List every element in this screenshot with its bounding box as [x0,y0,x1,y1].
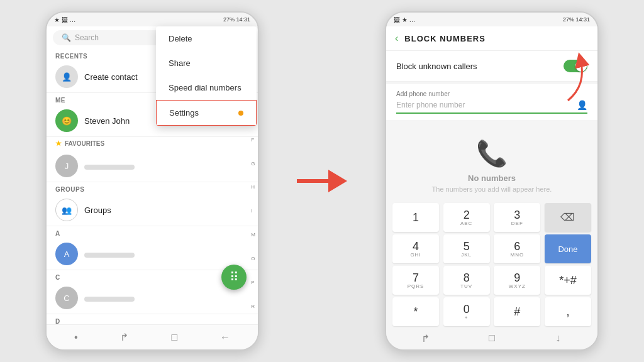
a-avatar: A [55,243,78,265]
bottom-bar-left: • ↱ □ ← [47,324,258,349]
d-section-label: D [47,314,258,324]
dialpad: 1 2 ABC 3 DEF ⌫ 4 [386,199,597,349]
menu-delete[interactable]: Delete [156,26,257,51]
bottom-icon-back[interactable]: ← [220,332,230,343]
dialpad-bottom-recent[interactable]: ↱ [402,332,449,344]
dial-done-label: Done [558,245,577,253]
dial-7-sub: PQRS [408,283,425,289]
groups-item[interactable]: 👥 Groups [47,194,258,226]
fab-button[interactable]: ⠿ [221,265,247,290]
dial-9-main: 9 [514,272,520,283]
c-avatar: C [55,287,78,309]
dial-comma[interactable]: , [545,297,591,326]
create-contact-avatar: 👤 [55,65,78,88]
create-contact-label: Create contact [84,72,138,82]
menu-settings[interactable]: Settings [156,100,257,126]
dial-2-main: 2 [464,209,470,221]
dial-8-sub: TUV [460,283,472,289]
dial-hash[interactable]: # [494,297,540,326]
dial-4-main: 4 [413,241,419,252]
dial-9[interactable]: 9 WXYZ [494,266,540,295]
dial-backspace-icon: ⌫ [560,212,575,222]
bottom-icon-home[interactable]: □ [171,332,177,343]
right-status-right: 27% 14:31 [563,16,590,23]
add-phone-input-row[interactable]: Enter phone number 👤 [396,100,587,114]
dial-6-sub: MNO [510,252,524,258]
search-text: Search [75,33,99,42]
bottom-icon-dot[interactable]: • [74,332,78,343]
me-name: Steven John [84,116,130,126]
arrow-shaft [297,179,328,183]
back-button[interactable]: ‹ [395,33,398,44]
dialpad-row-2: 4 GHI 5 JKL 6 MNO Done [392,234,591,263]
block-content: Block unknown callers [386,51,597,82]
dial-3[interactable]: 3 DEF [494,203,540,232]
dropdown-menu: Delete Share Speed dial numbers Settings [156,26,257,126]
favourites-label: FAVOURITES [65,140,104,147]
menu-settings-label: Settings [169,108,199,118]
dial-backspace[interactable]: ⌫ [545,203,591,232]
right-status-left: 🖼 ★ … [394,16,416,23]
arrow-head [328,170,347,192]
block-header: ‹ BLOCK NUMBERS [386,26,597,51]
left-status-left: ★ 🖼 … [54,16,76,23]
left-phone: ★ 🖼 … 27% 14:31 🔍 Search RECENTS 👤 Creat… [45,11,259,351]
red-arrow [297,170,347,192]
block-unknown-row[interactable]: Block unknown callers [386,51,597,82]
menu-speed-dial[interactable]: Speed dial numbers [156,75,257,100]
dial-6-main: 6 [514,241,520,252]
favourite-contact-item[interactable]: J [47,150,258,182]
phone-input[interactable]: Enter phone number [396,101,577,109]
dial-hash-main: # [514,306,520,317]
dial-3-main: 3 [514,209,520,221]
dial-0-main: 0 [464,304,470,315]
dial-7-main: 7 [413,272,419,283]
dial-6[interactable]: 6 MNO [494,234,540,263]
block-numbers-app: ‹ BLOCK NUMBERS Block unknown callers Ad… [386,26,597,349]
dial-1-main: 1 [413,212,419,223]
right-phone: 🖼 ★ … 27% 14:31 ‹ BLOCK NUMBERS Block un… [385,11,599,351]
dial-star-hash[interactable]: *+# [545,266,591,295]
block-numbers-title: BLOCK NUMBERS [404,34,486,43]
dialpad-bottom-bar: ↱ □ ↓ [392,329,591,347]
a-section-label: A [47,226,258,238]
menu-share[interactable]: Share [156,51,257,75]
bottom-icon-recent[interactable]: ↱ [120,331,128,343]
dialpad-bottom-home[interactable]: □ [469,332,515,344]
dial-8[interactable]: 8 TUV [443,266,490,295]
person-search-icon[interactable]: 👤 [577,100,587,110]
c-name-placeholder [84,297,135,302]
dial-5[interactable]: 5 JKL [443,234,490,263]
block-unknown-toggle[interactable] [564,60,587,72]
me-avatar: 😊 [55,109,78,132]
fav-name-placeholder [84,165,135,170]
dial-comma-main: , [566,306,569,317]
right-status-bar: 🖼 ★ … 27% 14:31 [386,13,597,26]
dial-0-sub: + [465,315,469,321]
empty-phone-icon: 📞 [476,139,508,168]
dial-star[interactable]: * [392,297,439,326]
groups-avatar: 👥 [55,199,78,221]
search-icon: 🔍 [62,33,71,42]
dial-1[interactable]: 1 [392,203,439,232]
a-contact-item[interactable]: A [47,238,258,270]
settings-dot [238,111,243,116]
dial-7[interactable]: 7 PQRS [392,266,439,295]
person-icon: 👤 [62,72,72,82]
me-icon: 😊 [62,116,72,126]
dial-4-sub: GHI [410,252,421,258]
dial-4[interactable]: 4 GHI [392,234,439,263]
direction-arrow [297,170,347,192]
dial-9-sub: WXYZ [509,283,526,289]
dial-3-sub: DEF [511,221,523,226]
left-status-bar: ★ 🖼 … 27% 14:31 [47,13,258,26]
favourites-section: ★ FAVOURITES [47,137,258,150]
add-phone-label: Add phone number [396,90,587,97]
no-numbers-sub: The numbers you add will appear here. [413,185,571,193]
a-name-placeholder [84,253,135,258]
dial-0[interactable]: 0 + [443,297,490,326]
dial-2[interactable]: 2 ABC [443,203,490,232]
dial-2-sub: ABC [460,221,472,226]
dial-done[interactable]: Done [545,234,591,263]
dialpad-bottom-back[interactable]: ↓ [535,332,581,344]
